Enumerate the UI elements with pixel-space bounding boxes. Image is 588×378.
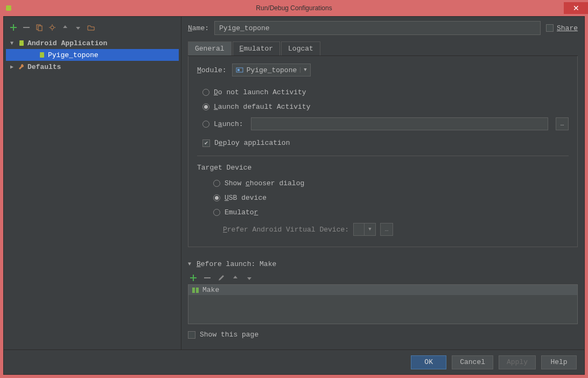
checkbox-icon: [546, 24, 554, 32]
show-page-checkbox[interactable]: Show this page: [188, 331, 578, 339]
radio-launch-default[interactable]: Launch default Activity: [197, 100, 569, 114]
svg-rect-10: [40, 52, 44, 54]
name-label: Name:: [188, 24, 209, 32]
svg-rect-0: [6, 7, 11, 11]
chevron-right-icon: ▶: [10, 64, 16, 70]
tree-item-defaults[interactable]: ▶ Defaults: [6, 61, 179, 73]
radio-icon: [213, 209, 220, 216]
avd-label: Prefer Android Virtual Device:: [223, 226, 349, 234]
share-checkbox[interactable]: Share: [546, 24, 578, 32]
svg-rect-14: [196, 288, 199, 293]
checkbox-icon: [188, 331, 195, 339]
tree-item-android-application[interactable]: ▼ Android Application: [6, 37, 179, 49]
edit-icon[interactable]: [217, 274, 226, 282]
checkbox-icon: ✔: [202, 139, 210, 147]
svg-rect-7: [19, 42, 24, 46]
down-icon[interactable]: [74, 23, 82, 32]
launch-activity-input[interactable]: [251, 117, 548, 130]
svg-rect-5: [38, 26, 42, 31]
chevron-down-icon: ▼: [365, 227, 375, 232]
name-input[interactable]: [214, 21, 541, 35]
avd-browse-button[interactable]: …: [380, 223, 393, 236]
config-tree: ▼ Android Application Pyige_topone ▶ Def…: [6, 37, 179, 345]
right-panel: Name: Share General Emulator Logcat Modu…: [181, 17, 584, 349]
make-icon: [192, 287, 199, 293]
close-button[interactable]: ✕: [564, 2, 588, 14]
config-toolbar: [6, 21, 179, 37]
tree-item-config[interactable]: Pyige_topone: [6, 49, 179, 61]
titlebar: Run/Debug Configurations ✕: [0, 0, 588, 16]
radio-icon: [213, 180, 220, 187]
help-button[interactable]: Help: [541, 355, 577, 369]
down-icon[interactable]: [245, 274, 254, 282]
module-icon: [236, 67, 243, 73]
before-launch-list[interactable]: Make: [188, 284, 578, 324]
tab-emulator[interactable]: Emulator: [233, 41, 280, 55]
remove-icon[interactable]: [203, 274, 212, 282]
up-icon[interactable]: [231, 274, 240, 282]
radio-chooser[interactable]: Show chooser dialog: [208, 176, 569, 191]
svg-rect-13: [192, 288, 195, 293]
chevron-down-icon: ▼: [300, 67, 306, 73]
app-icon: [4, 4, 13, 12]
chevron-down-icon: ▼: [188, 261, 193, 267]
radio-no-launch[interactable]: Do not launch Activity: [197, 85, 569, 100]
general-tab-content: Module: Pyige_topone ▼ Do not launch Act…: [188, 56, 578, 247]
android-icon: [38, 51, 46, 59]
copy-icon[interactable]: [35, 23, 44, 32]
tree-label: Defaults: [27, 63, 61, 71]
radio-launch-specific[interactable]: Launch: …: [197, 114, 569, 134]
radio-icon: [202, 103, 209, 110]
cancel-button[interactable]: Cancel: [452, 355, 493, 369]
tree-label: Pyige_topone: [48, 51, 99, 59]
svg-rect-9: [40, 54, 44, 58]
dialog-button-bar: OK Cancel Apply Help: [4, 349, 584, 374]
chevron-down-icon: ▼: [10, 40, 16, 46]
radio-usb[interactable]: USB device: [208, 191, 569, 205]
ok-button[interactable]: OK: [411, 355, 446, 369]
before-launch-header[interactable]: ▼ Before launch: Make: [188, 260, 578, 268]
add-icon[interactable]: [189, 274, 198, 282]
avd-select[interactable]: ▼: [353, 223, 376, 236]
tab-logcat[interactable]: Logcat: [281, 41, 320, 55]
remove-icon[interactable]: [22, 23, 31, 32]
list-item[interactable]: Make: [188, 285, 577, 295]
radio-icon: [202, 89, 209, 96]
up-icon[interactable]: [61, 23, 69, 32]
deploy-checkbox[interactable]: ✔ Deploy application: [197, 134, 569, 152]
before-launch-toolbar: [188, 271, 578, 284]
left-panel: ▼ Android Application Pyige_topone ▶ Def…: [4, 17, 181, 349]
module-select[interactable]: Pyige_topone ▼: [232, 64, 311, 76]
radio-icon: [202, 121, 209, 128]
target-device-label: Target Device: [197, 164, 569, 172]
radio-icon: [213, 194, 220, 201]
folder-icon[interactable]: [87, 23, 95, 32]
window-title: Run/Debug Configurations: [256, 4, 332, 12]
svg-rect-3: [6, 5, 11, 8]
tree-label: Android Application: [27, 39, 107, 47]
tabs: General Emulator Logcat: [188, 41, 578, 56]
add-icon[interactable]: [9, 23, 18, 32]
tab-general[interactable]: General: [188, 41, 232, 55]
svg-point-6: [51, 26, 54, 29]
android-icon: [18, 39, 25, 47]
radio-emulator[interactable]: Emulator: [208, 205, 569, 220]
wrench-icon: [18, 63, 25, 71]
svg-rect-12: [237, 69, 240, 71]
settings-icon[interactable]: [48, 23, 57, 32]
module-label: Module:: [197, 66, 227, 74]
browse-button[interactable]: …: [556, 117, 569, 130]
svg-rect-8: [19, 40, 24, 42]
apply-button[interactable]: Apply: [499, 355, 536, 369]
